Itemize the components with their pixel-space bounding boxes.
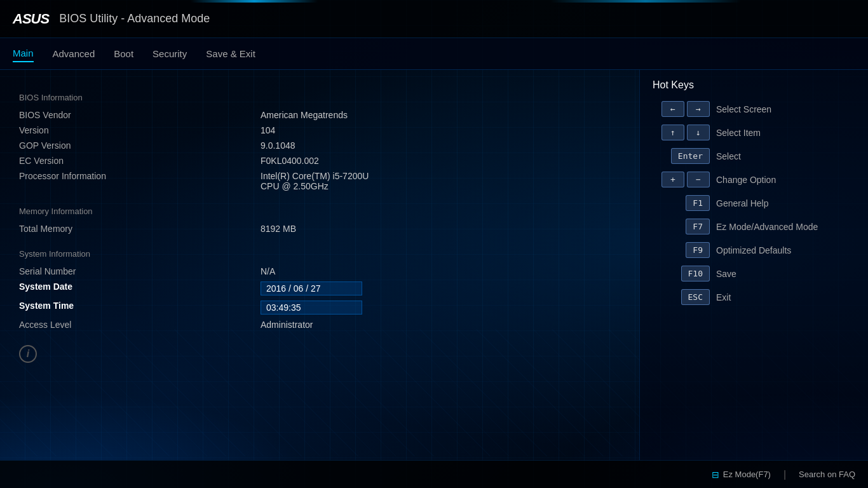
total-memory-label: Total Memory	[19, 224, 261, 234]
processor-value: Intel(R) Core(TM) i5-7200U CPU @ 2.50GHz	[261, 171, 369, 191]
access-level-row: Access Level Administrator	[19, 317, 620, 332]
key-esc: ESC	[681, 289, 710, 305]
ec-version-value: F0KL0400.002	[261, 156, 319, 166]
hotkey-save-desc: Save	[716, 269, 736, 279]
key-plus: +	[661, 172, 684, 187]
key-f7: F7	[686, 219, 710, 234]
hotkey-select-item-desc: Select Item	[716, 128, 761, 138]
hotkey-exit: ESC Exit	[653, 289, 855, 305]
system-time-value[interactable]: 03:49:35	[261, 301, 362, 315]
system-time-row[interactable]: System Time 03:49:35	[19, 298, 620, 317]
main-area: BIOS Information BIOS Vendor American Me…	[0, 70, 868, 460]
hotkey-select-item-keys: ↑ ↓	[653, 125, 710, 140]
system-date-value[interactable]: 2016 / 06 / 27	[261, 281, 362, 295]
bios-vendor-value: American Megatrends	[261, 110, 348, 120]
access-level-label: Access Level	[19, 320, 261, 330]
gop-version-value: 9.0.1048	[261, 140, 295, 151]
serial-number-value: N/A	[261, 266, 275, 276]
info-icon: i	[19, 345, 37, 363]
hotkey-select-keys: Enter	[653, 148, 710, 164]
header: ASUS BIOS Utility - Advanced Mode	[0, 0, 868, 38]
hotkey-optimized-defaults-desc: Optimized Defaults	[716, 245, 791, 255]
bottom-bar: ⊟ Ez Mode(F7) | Search on FAQ	[0, 460, 868, 488]
system-date-label: System Date	[19, 281, 261, 292]
asus-logo: ASUS	[13, 11, 49, 27]
bios-info-section: BIOS Information	[19, 93, 620, 102]
ec-version-label: EC Version	[19, 156, 261, 166]
hotkey-ez-mode-keys: F7	[653, 219, 710, 234]
gop-version-row: GOP Version 9.0.1048	[19, 138, 620, 153]
hotkey-select-screen: ← → Select Screen	[653, 101, 855, 117]
system-time-label: System Time	[19, 301, 261, 311]
ec-version-row: EC Version F0KL0400.002	[19, 153, 620, 168]
hotkey-exit-desc: Exit	[716, 292, 731, 302]
access-level-value: Administrator	[261, 320, 313, 330]
bottom-bar-separator: |	[783, 469, 786, 480]
serial-number-label: Serial Number	[19, 266, 261, 276]
nav-main[interactable]: Main	[13, 45, 34, 62]
left-panel: BIOS Information BIOS Vendor American Me…	[0, 70, 639, 460]
total-memory-value: 8192 MB	[261, 224, 296, 234]
system-info-section: System Information	[19, 249, 620, 259]
nav-advanced[interactable]: Advanced	[53, 46, 95, 62]
processor-row: Processor Information Intel(R) Core(TM) …	[19, 168, 620, 194]
key-minus: −	[687, 172, 710, 187]
bios-version-row: Version 104	[19, 123, 620, 138]
nav-save-exit[interactable]: Save & Exit	[206, 46, 255, 62]
hotkey-general-help-desc: General Help	[716, 198, 769, 208]
serial-number-row: Serial Number N/A	[19, 264, 620, 279]
nav-bar: Main Advanced Boot Security Save & Exit	[0, 38, 868, 70]
key-f1: F1	[686, 195, 710, 211]
hotkey-optimized-defaults-keys: F9	[653, 242, 710, 258]
gop-version-label: GOP Version	[19, 140, 261, 151]
key-enter: Enter	[671, 148, 710, 164]
bios-vendor-label: BIOS Vendor	[19, 110, 261, 120]
hotkeys-title: Hot Keys	[653, 79, 855, 91]
hotkey-ez-mode: F7 Ez Mode/Advanced Mode	[653, 219, 855, 234]
nav-security[interactable]: Security	[153, 46, 187, 62]
key-f9: F9	[686, 242, 710, 258]
ez-mode-label: Ez Mode(F7)	[723, 470, 771, 479]
hotkey-change-option-desc: Change Option	[716, 175, 776, 185]
hotkeys-panel: Hot Keys ← → Select Screen ↑ ↓ Select It…	[639, 70, 868, 460]
total-memory-row: Total Memory 8192 MB	[19, 221, 620, 236]
bios-version-value: 104	[261, 125, 275, 135]
search-faq-button[interactable]: Search on FAQ	[799, 470, 855, 479]
memory-info-section: Memory Information	[19, 207, 620, 216]
search-faq-label: Search on FAQ	[799, 470, 855, 479]
processor-label: Processor Information	[19, 171, 261, 181]
key-f10: F10	[681, 266, 710, 281]
bios-version-label: Version	[19, 125, 261, 135]
hotkey-exit-keys: ESC	[653, 289, 710, 305]
hotkey-select: Enter Select	[653, 148, 855, 164]
hotkey-change-option-keys: + −	[653, 172, 710, 187]
hotkey-optimized-defaults: F9 Optimized Defaults	[653, 242, 855, 258]
hotkey-select-screen-desc: Select Screen	[716, 104, 771, 114]
hotkey-ez-mode-desc: Ez Mode/Advanced Mode	[716, 222, 818, 232]
ez-mode-icon: ⊟	[712, 470, 719, 480]
key-arrow-right: →	[687, 101, 710, 117]
header-title: BIOS Utility - Advanced Mode	[59, 12, 210, 25]
hotkey-general-help-keys: F1	[653, 195, 710, 211]
key-arrow-left: ←	[661, 101, 684, 117]
bios-vendor-row: BIOS Vendor American Megatrends	[19, 107, 620, 123]
hotkey-save-keys: F10	[653, 266, 710, 281]
key-arrow-up: ↑	[661, 125, 684, 140]
hotkey-change-option: + − Change Option	[653, 172, 855, 187]
key-arrow-down: ↓	[687, 125, 710, 140]
hotkey-select-screen-keys: ← →	[653, 101, 710, 117]
ez-mode-button[interactable]: ⊟ Ez Mode(F7)	[712, 470, 771, 480]
hotkey-general-help: F1 General Help	[653, 195, 855, 211]
nav-boot[interactable]: Boot	[114, 46, 133, 62]
hotkey-save: F10 Save	[653, 266, 855, 281]
hotkey-select-desc: Select	[716, 151, 741, 161]
hotkey-select-item: ↑ ↓ Select Item	[653, 125, 855, 140]
system-date-row[interactable]: System Date 2016 / 06 / 27	[19, 279, 620, 298]
